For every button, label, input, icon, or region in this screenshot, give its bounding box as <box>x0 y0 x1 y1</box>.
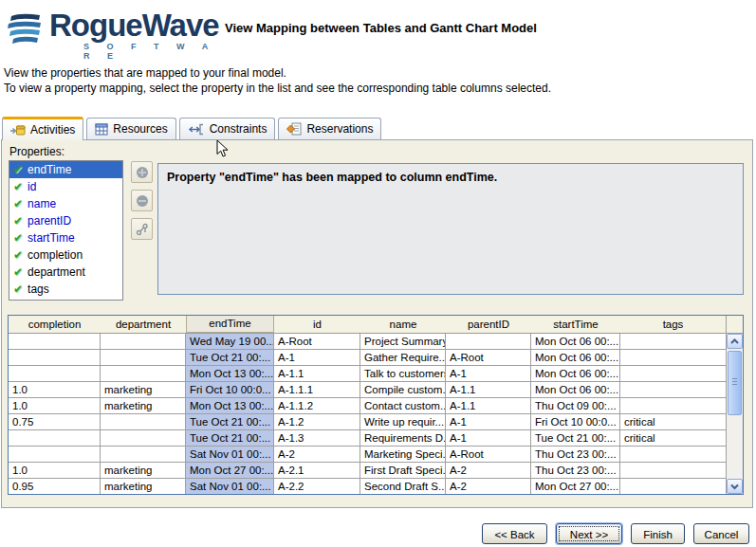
table-cell[interactable]: Tue Oct 21 00:... <box>186 414 274 429</box>
table-cell[interactable] <box>101 366 186 381</box>
table-row[interactable]: 1.0marketingMon Oct 27 00:...A-2.1First … <box>9 463 726 479</box>
table-cell[interactable]: A-2 <box>446 463 531 478</box>
table-cell[interactable] <box>620 366 726 381</box>
column-header-completion[interactable]: completion <box>9 316 101 333</box>
table-cell[interactable]: Tue Oct 21 00:... <box>531 430 620 446</box>
table-cell[interactable]: Fri Oct 10 00:0... <box>186 382 274 397</box>
table-cell[interactable]: Mon Oct 27 00:... <box>186 463 274 478</box>
table-cell[interactable] <box>9 447 101 462</box>
table-cell[interactable] <box>101 447 186 462</box>
table-cell[interactable]: Thu Oct 23 00:... <box>531 447 620 462</box>
table-row[interactable]: Mon Oct 13 00:...A-1.1Talk to customersA… <box>9 366 726 382</box>
table-cell[interactable] <box>9 334 101 349</box>
table-row[interactable]: Wed May 19 00...A-RootProject SummaryMon… <box>9 334 726 350</box>
property-item-name[interactable]: ✔name <box>9 195 122 212</box>
table-cell[interactable]: Talk to customers <box>360 366 446 381</box>
table-cell[interactable]: A-1.1.1 <box>274 382 360 397</box>
table-cell[interactable]: 1.0 <box>9 463 101 478</box>
table-cell[interactable]: Gather Require... <box>360 350 446 365</box>
table-cell[interactable] <box>101 350 186 365</box>
table-cell[interactable]: A-1.2 <box>274 414 360 429</box>
table-cell[interactable] <box>9 366 101 381</box>
table-cell[interactable]: A-1.1 <box>446 382 531 397</box>
table-cell[interactable]: Mon Oct 06 00:... <box>531 366 620 381</box>
finish-button[interactable]: Finish <box>631 523 685 544</box>
back-button[interactable]: << Back <box>482 523 547 544</box>
table-cell[interactable]: Contact custom... <box>360 398 446 413</box>
table-cell[interactable] <box>620 398 726 413</box>
table-cell[interactable]: A-1.1 <box>446 398 531 413</box>
table-cell[interactable]: Mon Oct 27 00:... <box>531 479 620 494</box>
table-cell[interactable]: Mon Oct 13 00:... <box>186 398 274 413</box>
tab-constraints[interactable]: Constraints <box>179 118 276 139</box>
table-cell[interactable]: Mon Oct 06 00:... <box>531 350 620 365</box>
table-cell[interactable]: First Draft Speci... <box>360 463 446 478</box>
table-cell[interactable]: A-2 <box>446 479 531 494</box>
table-cell[interactable]: 1.0 <box>9 398 101 413</box>
table-cell[interactable]: A-Root <box>274 334 360 349</box>
table-row[interactable]: Tue Oct 21 00:...A-1.3Requirements D...A… <box>9 430 726 447</box>
scroll-up-button[interactable] <box>727 334 743 349</box>
table-cell[interactable] <box>101 430 186 446</box>
property-item-startTime[interactable]: ✔startTime <box>9 229 122 246</box>
table-cell[interactable]: marketing <box>101 382 186 397</box>
table-cell[interactable] <box>101 334 186 349</box>
column-header-id[interactable]: id <box>274 316 360 333</box>
table-cell[interactable]: marketing <box>101 479 186 494</box>
table-row[interactable]: Tue Oct 21 00:...A-1Gather Require...A-R… <box>9 350 726 366</box>
table-cell[interactable]: 0.95 <box>9 479 101 494</box>
table-cell[interactable]: A-2.1 <box>274 463 360 478</box>
table-cell[interactable] <box>620 447 726 462</box>
property-item-endTime[interactable]: ✔endTime <box>9 161 122 178</box>
vertical-scrollbar[interactable] <box>726 316 743 494</box>
table-row[interactable]: 0.95marketingSat Nov 01 00:...A-2.2Secon… <box>9 479 726 494</box>
column-header-department[interactable]: department <box>101 316 186 333</box>
column-header-parentid[interactable]: parentID <box>446 316 531 333</box>
property-item-department[interactable]: ✔department <box>9 264 122 281</box>
table-cell[interactable]: critical <box>620 430 726 446</box>
add-property-button[interactable] <box>131 161 153 183</box>
table-cell[interactable]: A-1 <box>446 414 531 429</box>
table-cell[interactable]: A-2 <box>274 447 360 462</box>
table-cell[interactable] <box>620 382 726 397</box>
table-cell[interactable]: Thu Oct 09 00:... <box>531 398 620 413</box>
column-header-tags[interactable]: tags <box>620 316 726 333</box>
table-cell[interactable] <box>620 334 726 349</box>
properties-list[interactable]: ✔endTime✔id✔name✔parentID✔startTime✔comp… <box>9 160 123 301</box>
table-cell[interactable]: critical <box>620 414 726 429</box>
table-cell[interactable]: A-1.1.2 <box>274 398 360 413</box>
table-cell[interactable]: A-1 <box>274 350 360 365</box>
scroll-down-button[interactable] <box>727 479 743 494</box>
tab-resources[interactable]: Resources <box>86 118 175 139</box>
table-cell[interactable]: Tue Oct 21 00:... <box>186 350 274 365</box>
table-cell[interactable]: Sat Nov 01 00:... <box>186 479 274 494</box>
table-cell[interactable]: Tue Oct 21 00:... <box>186 430 274 446</box>
table-cell[interactable] <box>620 463 726 478</box>
table-cell[interactable]: Compile custom... <box>360 382 446 397</box>
table-cell[interactable]: A-Root <box>446 350 531 365</box>
table-cell[interactable]: A-1.1 <box>274 366 360 381</box>
tab-reservations[interactable]: Reservations <box>278 118 381 139</box>
next-button[interactable]: Next >> <box>556 523 622 544</box>
table-row[interactable]: Sat Nov 01 00:...A-2Marketing Speci...A-… <box>9 447 726 463</box>
column-header-endtime[interactable]: endTime <box>186 316 274 333</box>
remove-property-button[interactable] <box>131 190 153 211</box>
table-row[interactable]: 0.75Tue Oct 21 00:...A-1.2Write up requi… <box>9 414 726 430</box>
table-cell[interactable] <box>620 350 726 365</box>
table-cell[interactable]: Write up requir... <box>360 414 446 429</box>
table-cell[interactable]: Mon Oct 13 00:... <box>186 366 274 381</box>
table-row[interactable]: 1.0marketingMon Oct 13 00:...A-1.1.2Cont… <box>9 398 726 414</box>
table-cell[interactable]: Requirements D... <box>360 430 446 446</box>
table-cell[interactable]: Marketing Speci... <box>360 447 446 462</box>
table-cell[interactable] <box>9 350 101 365</box>
table-cell[interactable]: Mon Oct 06 00:... <box>531 382 620 397</box>
cancel-button[interactable]: Cancel <box>693 523 749 544</box>
table-cell[interactable]: Mon Oct 06 00:... <box>531 334 620 349</box>
property-item-parentID[interactable]: ✔parentID <box>9 212 122 229</box>
column-header-name[interactable]: name <box>360 316 446 333</box>
table-cell[interactable]: A-2.2 <box>274 479 360 494</box>
tab-activities[interactable]: Activities <box>2 117 83 140</box>
table-cell[interactable]: Fri Oct 10 00:0... <box>531 414 620 429</box>
table-cell[interactable]: Project Summary <box>360 334 446 349</box>
table-cell[interactable] <box>620 479 726 494</box>
